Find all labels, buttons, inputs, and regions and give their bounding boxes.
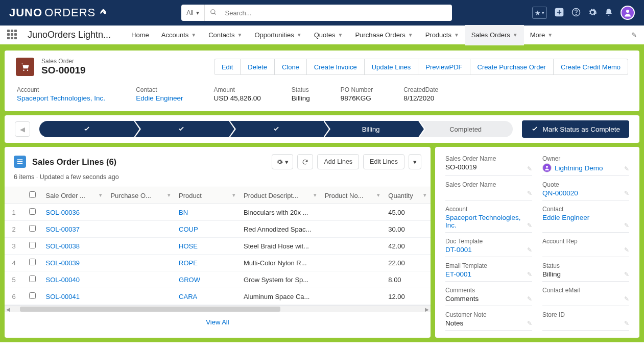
nav-tab-opportunities[interactable]: Opportunities▼ — [248, 25, 307, 45]
path-step-completed[interactable]: Completed — [418, 121, 513, 137]
edit-pencil-icon[interactable]: ✎ — [527, 295, 532, 303]
col-product-descript-[interactable]: Product Descript...▾ — [240, 187, 321, 204]
search-scope-dropdown[interactable]: All ▾ — [181, 5, 204, 21]
edit-pencil-icon[interactable]: ✎ — [624, 165, 629, 172]
line-link[interactable]: SOL-00037 — [46, 225, 80, 233]
col-select-all[interactable] — [23, 187, 41, 204]
view-all-link[interactable]: View All — [206, 318, 229, 326]
mark-complete-button[interactable]: Mark Status as Complete — [522, 120, 629, 138]
scroll-right-icon[interactable]: ▶ — [423, 306, 431, 313]
lines-title: Sales Order Lines (6) — [32, 157, 116, 167]
line-link[interactable]: SOL-00041 — [46, 293, 80, 300]
edit-pencil-icon[interactable]: ✎ — [624, 222, 629, 229]
line-link[interactable]: SOL-00036 — [46, 209, 80, 216]
col-purchase-o-[interactable]: Purchase O...▾ — [106, 187, 175, 204]
scroll-thumb[interactable] — [20, 307, 280, 312]
nav-tab-quotes[interactable]: Quotes▼ — [308, 25, 349, 45]
add-lines-button[interactable]: Add Lines — [317, 154, 359, 169]
list-settings-button[interactable]: ▾ — [272, 154, 293, 169]
path-step-billing[interactable]: Billing — [323, 121, 418, 137]
edit-nav-pencil-icon[interactable]: ✎ — [631, 31, 637, 39]
edit-pencil-icon[interactable]: ✎ — [624, 295, 629, 303]
field-link[interactable]: DT-0001 — [445, 246, 472, 254]
favorites-button[interactable]: ★▾ — [532, 7, 547, 19]
edit-pencil-icon[interactable]: ✎ — [527, 246, 532, 254]
nav-tab-contacts[interactable]: Contacts▼ — [202, 25, 248, 45]
edit-pencil-icon[interactable]: ✎ — [624, 271, 629, 278]
table-row: 2SOL-00037COUPRed Annodized Spac...30.00 — [5, 221, 431, 238]
row-checkbox[interactable] — [23, 271, 41, 288]
create-credit-memo-button[interactable]: Create Credit Memo — [554, 59, 628, 75]
edit-pencil-icon[interactable]: ✎ — [624, 190, 629, 197]
col-quantity[interactable]: Quantity▾ — [384, 187, 431, 204]
edit-button[interactable]: Edit — [214, 59, 241, 75]
edit-pencil-icon[interactable]: ✎ — [624, 320, 629, 327]
field-link[interactable]: ET-0001 — [445, 270, 471, 278]
cell-product: CARA — [175, 288, 240, 305]
nav-tab-home[interactable]: Home — [125, 25, 155, 45]
edit-pencil-icon[interactable]: ✎ — [527, 165, 532, 172]
row-checkbox[interactable] — [23, 255, 41, 271]
nav-tab-more[interactable]: More▼ — [524, 25, 559, 45]
row-checkbox[interactable] — [23, 288, 41, 305]
nav-tab-purchase-orders[interactable]: Purchase Orders▼ — [349, 25, 419, 45]
search-input[interactable] — [220, 9, 452, 17]
product-link[interactable]: HOSE — [179, 242, 198, 250]
product-link[interactable]: COUP — [179, 225, 198, 233]
col-sale-order-[interactable]: Sale Order ...▾ — [42, 187, 107, 204]
clone-button[interactable]: Clone — [275, 59, 307, 75]
edit-pencil-icon[interactable]: ✎ — [527, 190, 532, 197]
product-link[interactable]: GROW — [179, 276, 200, 284]
path-step-stage-2[interactable] — [134, 121, 228, 137]
refresh-button[interactable] — [297, 154, 313, 169]
setup-gear-icon[interactable] — [588, 8, 597, 18]
product-link[interactable]: CARA — [179, 293, 197, 300]
col-product[interactable]: Product▾ — [175, 187, 240, 204]
nav-tab-products[interactable]: Products▼ — [419, 25, 465, 45]
notifications-bell-icon[interactable] — [604, 8, 613, 18]
previewpdf-button[interactable]: PreviewPDF — [418, 59, 470, 75]
highlight-link[interactable]: Spaceport Technologies, Inc. — [17, 94, 105, 102]
product-link[interactable]: ROPE — [179, 259, 198, 267]
nav-tabs: HomeAccounts▼Contacts▼Opportunities▼Quot… — [125, 25, 559, 45]
cell-product-no — [321, 238, 385, 255]
field-link[interactable]: Eddie Engineer — [542, 214, 589, 221]
edit-pencil-icon[interactable]: ✎ — [527, 320, 532, 327]
horizontal-scrollbar[interactable]: ◀ ▶ — [5, 305, 431, 312]
row-checkbox[interactable] — [23, 204, 41, 221]
edit-pencil-icon[interactable]: ✎ — [527, 271, 532, 278]
owner-link[interactable]: Lightning Demo — [555, 164, 603, 172]
nav-tab-label: More — [530, 31, 545, 39]
line-link[interactable]: SOL-00040 — [46, 276, 80, 284]
product-link[interactable]: BN — [179, 209, 188, 216]
add-button[interactable] — [554, 7, 564, 19]
nav-tab-sales-orders[interactable]: Sales Orders▼ — [465, 25, 524, 45]
more-actions-button[interactable]: ▾ — [409, 154, 421, 169]
create-invoice-button[interactable]: Create Invoice — [307, 59, 365, 75]
path-step-stage-3[interactable] — [229, 121, 323, 137]
path-prev-button[interactable]: ◀ — [15, 121, 30, 137]
nav-tab-accounts[interactable]: Accounts▼ — [155, 25, 202, 45]
delete-button[interactable]: Delete — [241, 59, 275, 75]
line-link[interactable]: SOL-00038 — [46, 242, 80, 250]
nav-tab-label: Home — [131, 31, 149, 39]
field-link[interactable]: QN-000020 — [542, 189, 578, 197]
edit-pencil-icon[interactable]: ✎ — [624, 246, 629, 254]
edit-pencil-icon[interactable]: ✎ — [527, 222, 532, 229]
line-link[interactable]: SOL-00039 — [46, 259, 80, 267]
path-step-stage-1[interactable] — [39, 121, 134, 137]
col-product-no-[interactable]: Product No...▾ — [321, 187, 385, 204]
row-checkbox[interactable] — [23, 221, 41, 238]
update-lines-button[interactable]: Update Lines — [365, 59, 419, 75]
app-launcher-icon[interactable] — [7, 30, 18, 41]
highlight-link[interactable]: Eddie Engineer — [136, 94, 183, 102]
user-avatar[interactable] — [621, 6, 635, 20]
caret-down-icon: ▾ — [196, 9, 199, 16]
row-checkbox[interactable] — [23, 238, 41, 255]
cell-line-id: SOL-00036 — [42, 204, 107, 221]
help-icon[interactable] — [571, 8, 581, 18]
field-link[interactable]: Spaceport Technologies, Inc. — [445, 214, 521, 229]
create-purchase-order-button[interactable]: Create Purchase Order — [470, 59, 554, 75]
edit-lines-button[interactable]: Edit Lines — [363, 154, 404, 169]
scroll-left-icon[interactable]: ◀ — [5, 306, 12, 313]
